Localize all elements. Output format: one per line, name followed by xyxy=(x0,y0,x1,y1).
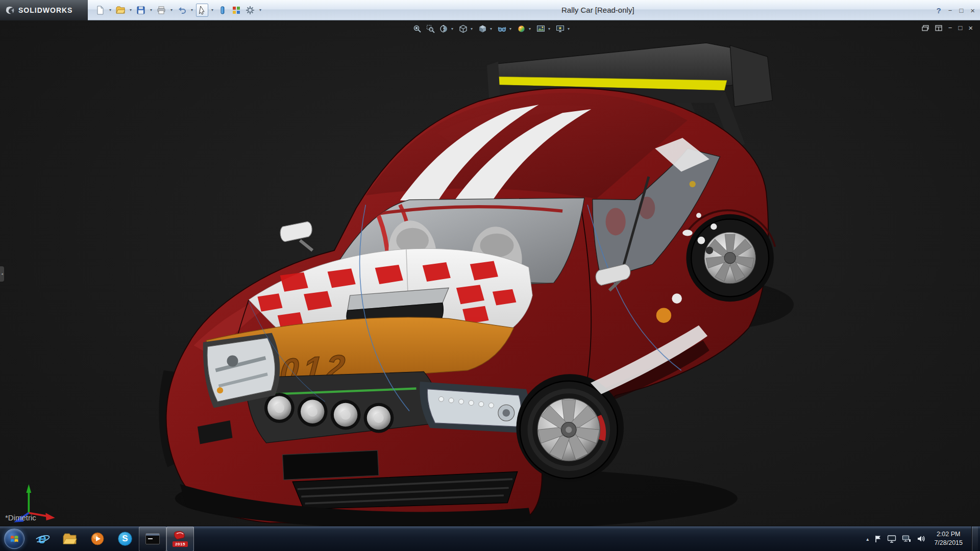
tile-windows-icon[interactable] xyxy=(935,25,942,31)
taskbar-media-player[interactable] xyxy=(84,527,111,551)
headlight-right xyxy=(420,382,529,433)
zoom-to-fit-icon xyxy=(413,24,422,33)
solidworks-logo: SOLIDWORKS xyxy=(0,0,88,20)
show-desktop-button[interactable] xyxy=(971,527,978,551)
view-settings-button[interactable] xyxy=(554,22,566,35)
section-view-dropdown[interactable]: ▾ xyxy=(451,27,455,31)
rebuild-button[interactable] xyxy=(230,4,242,17)
document-title: Rally Car [Read-only] xyxy=(561,6,634,14)
close-button[interactable]: × xyxy=(970,7,975,14)
open-folder-icon xyxy=(116,6,125,15)
taskbar-messenger[interactable]: S xyxy=(111,527,139,551)
hide-show-dropdown[interactable]: ▾ xyxy=(509,27,513,31)
edit-appearance-button[interactable] xyxy=(516,22,527,35)
save-dropdown[interactable]: ▾ xyxy=(149,8,154,12)
windows-taskbar: e S xyxy=(0,526,980,551)
select-cursor-icon xyxy=(198,6,207,15)
display-style-dropdown[interactable]: ▾ xyxy=(490,27,494,31)
zoom-to-area-button[interactable] xyxy=(425,22,436,35)
section-view-icon xyxy=(439,24,448,33)
save-icon xyxy=(136,6,145,15)
open-button[interactable] xyxy=(114,4,127,17)
collapse-arrow-icon: ◂ xyxy=(1,272,3,276)
feature-tree-collapse-tab[interactable]: ◂ xyxy=(0,266,4,282)
network-icon[interactable] xyxy=(902,535,911,543)
print-button[interactable] xyxy=(155,4,167,17)
folder-icon xyxy=(62,532,78,545)
taskbar-windows-explorer[interactable] xyxy=(56,527,84,551)
view-settings-dropdown[interactable]: ▾ xyxy=(568,27,572,31)
select-dropdown[interactable]: ▾ xyxy=(210,8,215,12)
taskbar-solidworks[interactable]: 2015 xyxy=(166,527,194,551)
taskbar-command-prompt[interactable] xyxy=(139,527,166,551)
doc-maximize-button[interactable]: □ xyxy=(958,24,962,31)
apply-scene-dropdown[interactable]: ▾ xyxy=(548,27,552,31)
display-settings-icon[interactable] xyxy=(887,535,896,543)
command-prompt-icon xyxy=(145,533,160,544)
rally-car-model-canvas[interactable]: 2012 xyxy=(0,20,980,526)
options-dropdown[interactable]: ▾ xyxy=(258,8,263,12)
solidworks-window: SOLIDWORKS ▾ ▾ xyxy=(0,0,980,551)
headlight-left xyxy=(203,333,280,408)
save-button[interactable] xyxy=(135,4,147,17)
taskbar-clock[interactable]: 2:02 PM 7/28/2015 xyxy=(931,530,966,547)
display-style-button[interactable] xyxy=(477,22,488,35)
clock-date: 7/28/2015 xyxy=(934,539,963,547)
hide-show-items-button[interactable] xyxy=(496,22,507,35)
section-view-button[interactable] xyxy=(438,22,449,35)
cascade-windows-icon[interactable] xyxy=(922,25,929,31)
zoom-to-area-icon xyxy=(426,24,435,33)
rebuild-icon xyxy=(232,6,241,15)
minimize-button[interactable]: − xyxy=(948,7,952,14)
new-document-icon xyxy=(95,6,105,15)
window-controls: ? − □ × xyxy=(937,0,975,20)
x-axis-arrow xyxy=(45,513,55,520)
new-document-button[interactable] xyxy=(94,4,106,17)
start-button[interactable] xyxy=(0,527,29,551)
tray-expand-icon[interactable]: ▴ xyxy=(866,536,869,542)
graphics-viewport[interactable]: ▾ ▾ ▾ xyxy=(0,20,980,526)
clock-time: 2:02 PM xyxy=(937,530,961,539)
windows-orb-icon xyxy=(4,529,24,549)
quick-toolbar: ▾ ▾ ▾ xyxy=(88,4,263,17)
view-orientation-button[interactable] xyxy=(457,22,469,35)
left-mirror xyxy=(280,221,312,241)
undo-dropdown[interactable]: ▾ xyxy=(189,8,194,12)
view-orientation-label: *Dimetric xyxy=(5,513,36,522)
select-tool-button[interactable] xyxy=(196,4,208,17)
zoom-to-fit-button[interactable] xyxy=(411,22,423,35)
solidworks-app-icon: 2015 xyxy=(173,531,188,547)
doc-close-button[interactable]: × xyxy=(968,24,973,32)
options-gear-icon xyxy=(246,6,255,15)
view-orientation-dropdown[interactable]: ▾ xyxy=(471,27,475,31)
print-dropdown[interactable]: ▾ xyxy=(169,8,174,12)
license-plate xyxy=(282,450,379,480)
taskbar-internet-explorer[interactable]: e xyxy=(29,527,56,551)
maximize-button[interactable]: □ xyxy=(959,7,963,14)
volume-icon[interactable] xyxy=(917,535,925,543)
pinned-apps: e S xyxy=(29,527,194,551)
open-dropdown[interactable]: ▾ xyxy=(128,8,133,12)
undo-button[interactable] xyxy=(176,4,188,17)
undo-icon xyxy=(177,6,186,15)
appearance-ball-icon xyxy=(517,24,526,33)
new-document-dropdown[interactable]: ▾ xyxy=(108,8,113,12)
y-axis-arrow xyxy=(26,484,31,493)
apply-scene-button[interactable] xyxy=(535,22,546,35)
action-center-flag-icon[interactable] xyxy=(874,535,881,543)
doc-minimize-button[interactable]: − xyxy=(948,24,952,31)
solidworks-logo-icon xyxy=(5,6,15,15)
title-bar: SOLIDWORKS ▾ ▾ xyxy=(0,0,980,20)
media-player-icon xyxy=(90,532,105,546)
xpress-products-icon xyxy=(218,6,227,15)
edit-appearance-dropdown[interactable]: ▾ xyxy=(529,27,533,31)
view-settings-icon xyxy=(556,24,565,33)
scene-icon xyxy=(536,24,545,33)
options-button[interactable] xyxy=(244,4,256,17)
help-icon[interactable]: ? xyxy=(937,6,941,15)
xpress-products-button[interactable] xyxy=(216,4,229,17)
messenger-icon: S xyxy=(118,532,132,546)
glasses-icon xyxy=(498,24,506,33)
brand-text: SOLIDWORKS xyxy=(18,6,72,14)
solidworks-version-badge: 2015 xyxy=(173,541,188,547)
